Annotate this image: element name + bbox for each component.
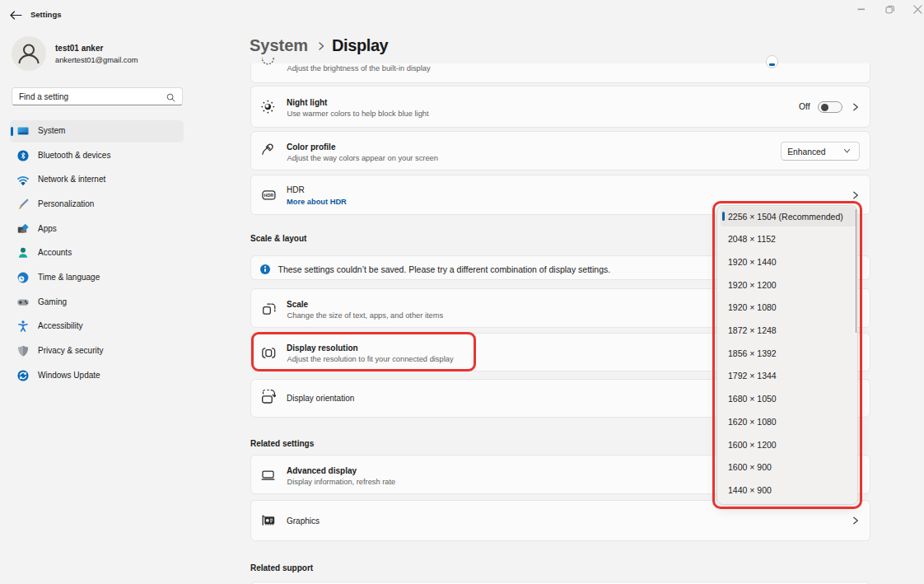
svg-text:HDR: HDR [264,193,273,198]
